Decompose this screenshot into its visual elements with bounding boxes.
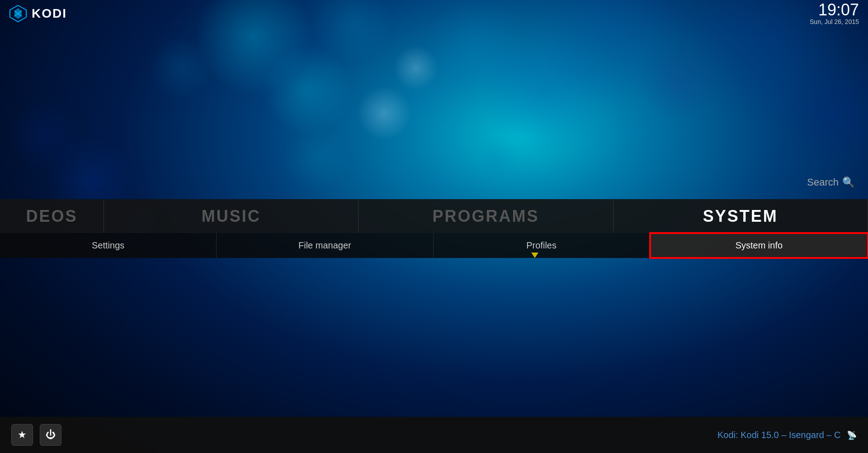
rss-icon: 📡 bbox=[847, 431, 857, 440]
submenu-file-manager[interactable]: File manager bbox=[217, 233, 433, 258]
power-button[interactable]: ⏻ bbox=[40, 424, 61, 446]
search-label: Search bbox=[807, 176, 839, 188]
submenu-system-info[interactable]: System info bbox=[650, 233, 868, 258]
bottom-left-controls: ★ ⏻ bbox=[11, 424, 61, 446]
sub-menu-bar: Settings File manager Profiles System in… bbox=[0, 233, 868, 258]
bokeh-circle bbox=[149, 36, 212, 100]
star-icon: ★ bbox=[18, 429, 27, 441]
favorites-button[interactable]: ★ bbox=[11, 424, 33, 446]
submenu-profiles[interactable]: Profiles bbox=[434, 233, 650, 258]
bokeh-circle bbox=[475, 136, 520, 181]
nav-item-videos[interactable]: DEOS bbox=[0, 199, 104, 233]
bokeh-circle bbox=[9, 100, 81, 172]
search-area[interactable]: Search 🔍 bbox=[807, 176, 854, 188]
nav-item-music[interactable]: MUSIC bbox=[104, 199, 359, 233]
datetime-display: 19:07 Sun, Jul 26, 2015 bbox=[810, 2, 859, 25]
date-display: Sun, Jul 26, 2015 bbox=[810, 18, 859, 25]
mouse-cursor bbox=[531, 253, 538, 258]
nav-item-system[interactable]: SYSTEM bbox=[613, 199, 868, 233]
app-name: KODI bbox=[32, 6, 67, 21]
top-bar: KODI 19:07 Sun, Jul 26, 2015 bbox=[0, 0, 868, 27]
submenu-settings[interactable]: Settings bbox=[0, 233, 217, 258]
search-icon[interactable]: 🔍 bbox=[842, 176, 854, 188]
bokeh-circle bbox=[283, 124, 350, 192]
nav-bar: DEOS MUSIC PROGRAMS SYSTEM bbox=[0, 199, 868, 233]
kodi-icon bbox=[9, 5, 27, 23]
bokeh-circle bbox=[357, 86, 411, 140]
status-text: Kodi: Kodi 15.0 – Isengard – C 📡 bbox=[717, 430, 857, 440]
bottom-bar: ★ ⏻ Kodi: Kodi 15.0 – Isengard – C 📡 bbox=[0, 417, 868, 453]
kodi-logo: KODI bbox=[9, 5, 67, 23]
clock: 19:07 bbox=[810, 2, 859, 18]
nav-item-programs[interactable]: PROGRAMS bbox=[359, 199, 613, 233]
power-icon: ⏻ bbox=[46, 429, 56, 441]
